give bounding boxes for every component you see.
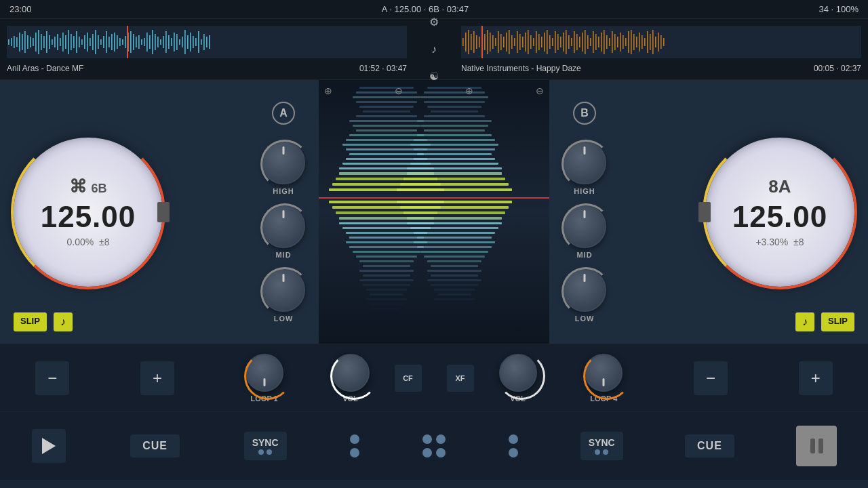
dot-2-1[interactable] xyxy=(422,434,432,444)
svg-rect-59 xyxy=(165,31,167,53)
svg-rect-194 xyxy=(370,293,403,296)
zoom-out-left-icon[interactable]: ⊖ xyxy=(395,85,403,96)
center-header: ⊕ ⊖ ⊕ ⊖ xyxy=(319,85,549,96)
svg-rect-190 xyxy=(363,274,410,277)
svg-rect-143 xyxy=(642,35,643,49)
xf-button[interactable]: XF xyxy=(447,365,474,392)
cue-button-left[interactable]: CUE xyxy=(130,434,180,458)
vol-knob-right[interactable] xyxy=(499,354,537,392)
svg-rect-237 xyxy=(431,274,478,277)
sync-dot-2 xyxy=(267,449,272,455)
svg-rect-145 xyxy=(647,31,648,53)
svg-rect-193 xyxy=(366,289,407,291)
svg-rect-88 xyxy=(492,35,494,49)
slip-button-right[interactable]: SLIP xyxy=(821,312,854,331)
svg-rect-40 xyxy=(114,33,115,52)
settings-icon[interactable]: ⚙ xyxy=(423,12,445,33)
cf-button[interactable]: CF xyxy=(395,365,422,392)
music-note-icon[interactable]: ♪ xyxy=(423,39,445,60)
svg-rect-125 xyxy=(593,31,594,53)
high-knob-right[interactable] xyxy=(563,141,606,184)
low-knob-right[interactable] xyxy=(563,268,606,312)
dot-2-2[interactable] xyxy=(436,434,446,444)
svg-rect-133 xyxy=(614,34,616,50)
slip-button-left[interactable]: SLIP xyxy=(14,312,47,331)
high-knob-left-wrap: HIGH xyxy=(262,141,305,195)
waveform-canvas-left[interactable] xyxy=(7,26,407,58)
sync-button-right[interactable]: SYNC xyxy=(580,432,623,460)
plus-button-right[interactable]: + xyxy=(799,361,833,395)
svg-rect-116 xyxy=(568,35,570,49)
low-knob-right-wrap: LOW xyxy=(563,268,606,323)
dot-1-1[interactable] xyxy=(350,434,359,444)
svg-rect-226 xyxy=(407,222,502,224)
platter-bpm-left: 125.00 xyxy=(41,200,136,234)
mid-knob-left[interactable] xyxy=(262,205,305,248)
center-waveform-inner xyxy=(319,80,549,344)
svg-rect-71 xyxy=(198,31,199,53)
music-button-right[interactable]: ♪ xyxy=(795,312,814,331)
svg-rect-72 xyxy=(201,39,202,45)
deck-label-a: A xyxy=(272,102,295,125)
dot-3-1[interactable] xyxy=(509,434,518,444)
cue-button-right[interactable]: CUE xyxy=(685,434,734,458)
dot-2-3[interactable] xyxy=(422,448,432,458)
waveform-left: Anil Aras - Dance MF 01:52 · 03:47 xyxy=(7,26,407,73)
svg-rect-5 xyxy=(19,33,20,52)
svg-rect-32 xyxy=(92,34,94,50)
low-knob-arc-left xyxy=(260,267,309,316)
svg-rect-44 xyxy=(125,36,126,48)
svg-rect-21 xyxy=(62,33,64,52)
svg-rect-104 xyxy=(536,31,537,53)
svg-rect-19 xyxy=(57,34,58,50)
svg-rect-20 xyxy=(60,38,61,46)
zoom-reset-icon[interactable]: ⊕ xyxy=(465,85,473,96)
vol-knob-left[interactable] xyxy=(332,354,370,392)
high-knob-left[interactable] xyxy=(262,141,305,184)
svg-rect-122 xyxy=(585,30,586,54)
loop4-knob[interactable] xyxy=(585,354,623,392)
plus-button-left[interactable]: + xyxy=(140,361,174,395)
svg-rect-39 xyxy=(111,34,113,50)
waveform-canvas-right[interactable] xyxy=(461,26,861,58)
svg-rect-136 xyxy=(623,35,624,49)
svg-rect-61 xyxy=(171,38,172,46)
waveform-section: Anil Aras - Dance MF 01:52 · 03:47 ⚙ ♪ ☯ xyxy=(0,19,868,80)
minus-button-left[interactable]: − xyxy=(35,361,69,395)
svg-rect-64 xyxy=(179,39,180,45)
platter-right[interactable]: 8A 125.00 +3.30% ±8 xyxy=(705,138,854,287)
sync-button-left[interactable]: SYNC xyxy=(244,432,287,460)
zoom-out-right-icon[interactable]: ⊖ xyxy=(536,85,544,96)
dot-3-2[interactable] xyxy=(509,448,518,458)
minus-button-right[interactable]: − xyxy=(694,361,728,395)
svg-rect-158 xyxy=(356,115,417,117)
music-button-left[interactable]: ♪ xyxy=(54,312,73,331)
svg-rect-91 xyxy=(500,34,502,50)
platter-left[interactable]: ⌘ 6B 125.00 0.00% ±8 xyxy=(14,138,163,287)
dot-2-4[interactable] xyxy=(436,448,446,458)
deck-buttons-left: SLIP ♪ xyxy=(14,312,73,331)
svg-rect-87 xyxy=(490,33,491,52)
eq-section-right: B HIGH MID LOW xyxy=(563,97,606,327)
zoom-in-icon[interactable]: ⊕ xyxy=(324,85,332,96)
mid-knob-right[interactable] xyxy=(563,205,606,248)
svg-rect-195 xyxy=(366,298,407,300)
svg-rect-67 xyxy=(187,35,189,49)
dot-1-2[interactable] xyxy=(350,448,359,458)
svg-rect-232 xyxy=(420,251,488,253)
loop1-knob[interactable] xyxy=(245,354,283,392)
svg-rect-13 xyxy=(41,34,42,50)
svg-rect-118 xyxy=(574,31,575,53)
play-button-left[interactable] xyxy=(32,429,66,463)
svg-rect-10 xyxy=(33,38,34,46)
svg-rect-233 xyxy=(424,256,485,258)
pause-button-right[interactable] xyxy=(796,426,837,466)
svg-rect-12 xyxy=(38,30,39,54)
svg-rect-75 xyxy=(209,35,210,49)
svg-rect-206 xyxy=(424,115,485,117)
svg-rect-6 xyxy=(22,34,23,50)
svg-rect-24 xyxy=(71,34,72,50)
low-knob-left[interactable] xyxy=(262,268,305,312)
svg-rect-188 xyxy=(363,265,410,267)
center-knob-row: VOL CF XF VOL xyxy=(319,344,549,412)
